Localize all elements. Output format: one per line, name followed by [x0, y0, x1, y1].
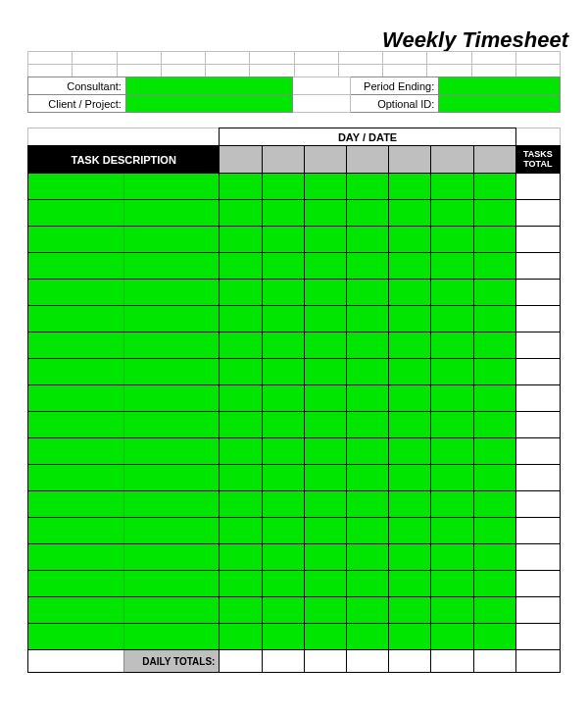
- day-cell[interactable]: [431, 200, 473, 227]
- day-cell[interactable]: [220, 491, 262, 518]
- day-cell[interactable]: [220, 438, 262, 465]
- day-cell[interactable]: [473, 253, 515, 280]
- day-cell[interactable]: [389, 332, 431, 359]
- optional-id-input[interactable]: [439, 95, 561, 113]
- task-desc-cell[interactable]: [28, 332, 220, 359]
- task-desc-cell[interactable]: [28, 253, 220, 280]
- task-desc-cell[interactable]: [28, 227, 220, 253]
- day-cell[interactable]: [262, 253, 304, 280]
- day-cell[interactable]: [304, 624, 346, 650]
- day-cell[interactable]: [389, 544, 431, 571]
- task-desc-cell[interactable]: [28, 518, 220, 544]
- day-cell[interactable]: [346, 571, 388, 597]
- day-cell[interactable]: [346, 200, 388, 227]
- day-cell[interactable]: [473, 518, 515, 544]
- task-desc-cell[interactable]: [28, 571, 220, 597]
- day-cell[interactable]: [220, 385, 262, 412]
- day-cell[interactable]: [304, 571, 346, 597]
- day-cell[interactable]: [431, 412, 473, 438]
- task-desc-cell[interactable]: [28, 544, 220, 571]
- day-cell[interactable]: [431, 174, 473, 200]
- day-cell[interactable]: [389, 227, 431, 253]
- day-cell[interactable]: [262, 280, 304, 306]
- day-cell[interactable]: [431, 227, 473, 253]
- day-cell[interactable]: [473, 280, 515, 306]
- day-cell[interactable]: [262, 412, 304, 438]
- day-cell[interactable]: [262, 385, 304, 412]
- day-cell[interactable]: [346, 465, 388, 491]
- day-cell[interactable]: [389, 571, 431, 597]
- day-cell[interactable]: [389, 306, 431, 332]
- day-cell[interactable]: [304, 306, 346, 332]
- day-cell[interactable]: [220, 412, 262, 438]
- day-cell[interactable]: [473, 597, 515, 624]
- day-cell[interactable]: [473, 544, 515, 571]
- day-cell[interactable]: [304, 518, 346, 544]
- day-cell[interactable]: [389, 438, 431, 465]
- day-cell[interactable]: [473, 174, 515, 200]
- day-cell[interactable]: [220, 174, 262, 200]
- task-desc-cell[interactable]: [28, 200, 220, 227]
- day-cell[interactable]: [389, 200, 431, 227]
- day-cell[interactable]: [389, 597, 431, 624]
- day-cell[interactable]: [431, 359, 473, 385]
- day-cell[interactable]: [473, 200, 515, 227]
- day-cell[interactable]: [304, 412, 346, 438]
- day-cell[interactable]: [262, 544, 304, 571]
- day-cell[interactable]: [431, 491, 473, 518]
- day-cell[interactable]: [262, 174, 304, 200]
- day-cell[interactable]: [304, 438, 346, 465]
- day-cell[interactable]: [220, 253, 262, 280]
- day-cell[interactable]: [304, 227, 346, 253]
- client-project-input[interactable]: [125, 95, 292, 113]
- day-cell[interactable]: [431, 280, 473, 306]
- day-cell[interactable]: [346, 624, 388, 650]
- day-cell[interactable]: [346, 597, 388, 624]
- day-cell[interactable]: [346, 253, 388, 280]
- day-cell[interactable]: [473, 465, 515, 491]
- day-cell[interactable]: [262, 571, 304, 597]
- task-desc-cell[interactable]: [28, 438, 220, 465]
- task-desc-cell[interactable]: [28, 597, 220, 624]
- day-cell[interactable]: [431, 624, 473, 650]
- day-cell[interactable]: [431, 253, 473, 280]
- day-cell[interactable]: [262, 332, 304, 359]
- day-cell[interactable]: [346, 174, 388, 200]
- day-cell[interactable]: [304, 359, 346, 385]
- day-cell[interactable]: [220, 465, 262, 491]
- day-cell[interactable]: [304, 385, 346, 412]
- day-cell[interactable]: [262, 438, 304, 465]
- day-cell[interactable]: [473, 571, 515, 597]
- task-desc-cell[interactable]: [28, 306, 220, 332]
- day-cell[interactable]: [262, 306, 304, 332]
- day-cell[interactable]: [304, 174, 346, 200]
- task-desc-cell[interactable]: [28, 385, 220, 412]
- day-cell[interactable]: [389, 624, 431, 650]
- day-cell[interactable]: [431, 438, 473, 465]
- day-cell[interactable]: [262, 597, 304, 624]
- day-cell[interactable]: [304, 253, 346, 280]
- day-cell[interactable]: [431, 571, 473, 597]
- day-cell[interactable]: [389, 385, 431, 412]
- day-cell[interactable]: [473, 624, 515, 650]
- day-cell[interactable]: [389, 491, 431, 518]
- day-cell[interactable]: [304, 332, 346, 359]
- task-desc-cell[interactable]: [28, 174, 220, 200]
- day-cell[interactable]: [473, 438, 515, 465]
- day-cell[interactable]: [262, 200, 304, 227]
- day-cell[interactable]: [431, 306, 473, 332]
- day-cell[interactable]: [304, 465, 346, 491]
- day-cell[interactable]: [473, 412, 515, 438]
- day-cell[interactable]: [346, 332, 388, 359]
- day-cell[interactable]: [346, 306, 388, 332]
- task-desc-cell[interactable]: [28, 280, 220, 306]
- day-cell[interactable]: [431, 597, 473, 624]
- day-cell[interactable]: [220, 306, 262, 332]
- day-cell[interactable]: [220, 518, 262, 544]
- day-cell[interactable]: [389, 412, 431, 438]
- day-cell[interactable]: [220, 544, 262, 571]
- day-cell[interactable]: [220, 227, 262, 253]
- day-cell[interactable]: [346, 438, 388, 465]
- day-cell[interactable]: [473, 491, 515, 518]
- day-cell[interactable]: [346, 227, 388, 253]
